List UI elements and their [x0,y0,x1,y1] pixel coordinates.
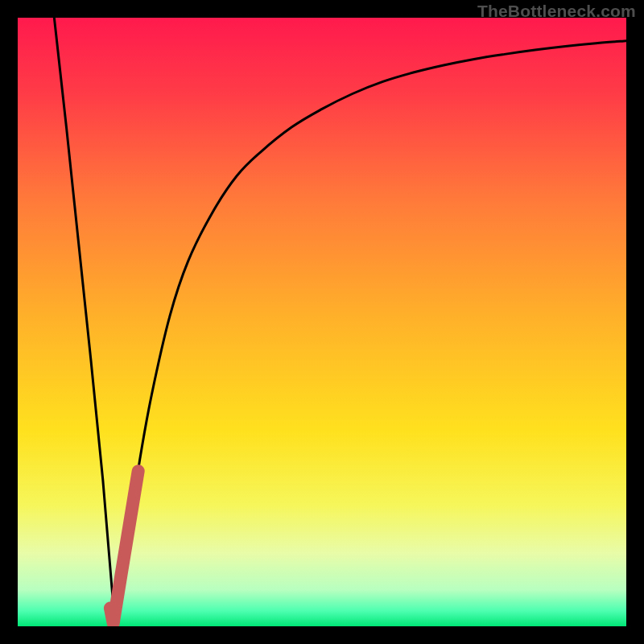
attribution-watermark: TheBottleneck.com [477,2,636,21]
chart-frame: TheBottleneck.com [0,0,644,644]
bottleneck-chart-svg [18,18,626,626]
plot-area [18,18,626,626]
